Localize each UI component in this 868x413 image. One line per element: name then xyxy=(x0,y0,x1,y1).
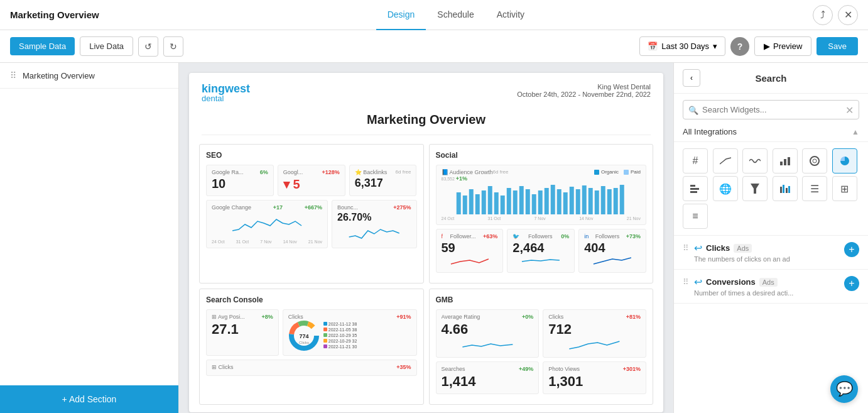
search-icon: 🔍 xyxy=(688,105,698,114)
svg-rect-12 xyxy=(531,194,536,214)
line-chart-icon-btn[interactable] xyxy=(713,148,738,173)
google-widget2: Googl...+128% ▾ 5 xyxy=(278,165,345,196)
table-icon-btn[interactable]: ⊞ xyxy=(832,176,857,201)
date-range-button[interactable]: 📅 Last 30 Days ▾ xyxy=(639,36,725,56)
canvas-area[interactable]: kingwestdental King West Dental October … xyxy=(179,63,673,413)
svg-rect-23 xyxy=(600,186,605,214)
top-bar: Marketing Overview Design Schedule Activ… xyxy=(0,0,868,30)
svg-rect-1 xyxy=(462,195,467,214)
svg-rect-19 xyxy=(575,189,580,214)
social-section: Social 📘 Audience Growth6d free 83,552 +… xyxy=(429,144,654,284)
google-ranking-widget: Google Ra...6% 10 xyxy=(206,165,274,196)
help-button[interactable]: ? xyxy=(730,37,749,56)
panel-back-button[interactable]: ‹ xyxy=(683,69,700,87)
add-section-button[interactable]: + Add Section xyxy=(0,385,178,413)
save-button[interactable]: Save xyxy=(816,37,858,55)
report-frame: kingwestdental King West Dental October … xyxy=(189,73,663,412)
conversions-widget-icon: ↩ xyxy=(694,276,702,288)
svg-rect-7 xyxy=(500,195,504,214)
svg-rect-40 xyxy=(690,191,697,193)
svg-rect-45 xyxy=(788,186,790,193)
redo-icon: ↻ xyxy=(170,41,177,52)
svg-rect-11 xyxy=(525,189,529,214)
share-button[interactable]: ⤴ xyxy=(813,5,833,25)
brand-logo: kingwestdental xyxy=(202,83,250,102)
drag-handle-icon[interactable]: ⠿ xyxy=(10,70,16,80)
undo-icon: ↺ xyxy=(144,41,152,52)
svg-rect-2 xyxy=(469,189,473,214)
list2-icon-btn[interactable]: ≡ xyxy=(683,204,708,229)
donut-icon-btn[interactable] xyxy=(802,148,827,173)
clicks-widget-item[interactable]: ⠿ ↩ Clicks Ads The numbers of clicks on … xyxy=(674,236,868,270)
svg-text:774: 774 xyxy=(299,333,308,339)
svg-point-37 xyxy=(813,159,816,163)
hash-icon-btn[interactable]: # xyxy=(683,148,708,173)
share-icon: ⤴ xyxy=(820,9,825,21)
svg-rect-43 xyxy=(783,185,784,193)
right-panel: ‹ Search 🔍 ✕ All Integrations ▲ # xyxy=(673,63,868,413)
list-icon-btn[interactable]: ☰ xyxy=(802,176,827,201)
searches-widget: Searches+49% 1,414 xyxy=(436,361,540,394)
sample-data-button[interactable]: Sample Data xyxy=(10,37,75,55)
pie-chart-icon-btn[interactable] xyxy=(832,148,857,173)
svg-rect-33 xyxy=(780,162,783,165)
conversions-add-button[interactable]: + xyxy=(844,276,859,291)
svg-rect-16 xyxy=(556,189,561,214)
seo-section: SEO Google Ra...6% 10 Googl...+128% ▾ 5 … xyxy=(199,144,424,284)
tab-design[interactable]: Design xyxy=(376,0,426,30)
report-title: Marketing Overview xyxy=(202,107,651,135)
wave-icon-btn[interactable] xyxy=(742,148,768,173)
panel-header: ‹ Search xyxy=(674,63,868,94)
tab-schedule[interactable]: Schedule xyxy=(426,0,485,30)
svg-rect-38 xyxy=(690,185,695,187)
svg-rect-34 xyxy=(784,159,786,165)
svg-rect-44 xyxy=(786,188,788,193)
sidebar-section-title: Marketing Overview xyxy=(23,71,95,80)
svg-rect-9 xyxy=(513,190,517,214)
twitter-followers-widget: 🐦 Followers0% 2,464 xyxy=(507,229,575,273)
svg-rect-15 xyxy=(550,185,555,214)
svg-rect-0 xyxy=(456,192,460,214)
svg-rect-20 xyxy=(582,185,586,214)
search-clear-icon[interactable]: ✕ xyxy=(845,104,854,116)
close-icon: ✕ xyxy=(844,9,852,21)
svg-rect-5 xyxy=(487,186,492,214)
search-input[interactable] xyxy=(683,100,859,119)
svg-rect-8 xyxy=(506,188,511,214)
clicks-pie-widget: Clicks+91% 774 Clicks xyxy=(283,309,417,356)
audience-growth-widget: 📘 Audience Growth6d free 83,552 +1% Orga… xyxy=(436,165,647,225)
svg-rect-42 xyxy=(780,187,782,193)
calendar-icon: 📅 xyxy=(648,41,658,51)
widget-icons-grid: # 🌐 xyxy=(674,142,868,236)
grouped-bar-icon-btn[interactable] xyxy=(773,176,798,201)
sidebar-header: ⠿ Marketing Overview xyxy=(0,63,178,89)
undo-button[interactable]: ↺ xyxy=(138,36,158,57)
chat-bubble[interactable]: 💬 xyxy=(830,375,858,403)
redo-button[interactable]: ↻ xyxy=(163,36,183,57)
bar-chart-icon-btn[interactable] xyxy=(773,148,798,173)
bar2-icon-btn[interactable] xyxy=(683,176,708,201)
toolbar: Sample Data Live Data ↺ ↻ 📅 Last 30 Days… xyxy=(0,30,868,63)
live-data-button[interactable]: Live Data xyxy=(80,36,133,56)
svg-text:Clicks: Clicks xyxy=(299,341,309,344)
svg-rect-25 xyxy=(613,188,617,214)
close-button[interactable]: ✕ xyxy=(838,5,858,25)
gmb-section: GMB Average Rating+0% 4.66 Clicks+81% 71… xyxy=(429,289,654,405)
conversions-widget-item[interactable]: ⠿ ↩ Conversions Ads Number of times a de… xyxy=(674,270,868,304)
svg-rect-39 xyxy=(690,188,699,190)
linkedin-followers-widget: in Followers+73% 404 xyxy=(578,229,646,273)
search-console-section: Search Console ⊞ Avg Posi...+8% 27.1 Cli… xyxy=(199,289,424,405)
photo-views-widget: Photo Views+301% 1,301 xyxy=(543,361,646,394)
funnel-icon-btn[interactable] xyxy=(742,176,768,201)
chevron-left-icon: ‹ xyxy=(690,74,693,82)
svg-marker-41 xyxy=(751,184,759,194)
svg-rect-26 xyxy=(619,185,624,214)
tab-activity[interactable]: Activity xyxy=(486,0,536,30)
toolbar-right: 📅 Last 30 Days ▾ ? ▶ Preview Save xyxy=(639,36,858,56)
gmb-clicks-widget: Clicks+81% 712 xyxy=(543,309,646,358)
clicks-add-button[interactable]: + xyxy=(844,242,859,257)
globe-icon-btn[interactable]: 🌐 xyxy=(713,176,738,201)
preview-button[interactable]: ▶ Preview xyxy=(754,36,811,56)
clicks-widget-icon: ↩ xyxy=(694,242,702,254)
top-actions: ⤴ ✕ xyxy=(813,5,858,25)
